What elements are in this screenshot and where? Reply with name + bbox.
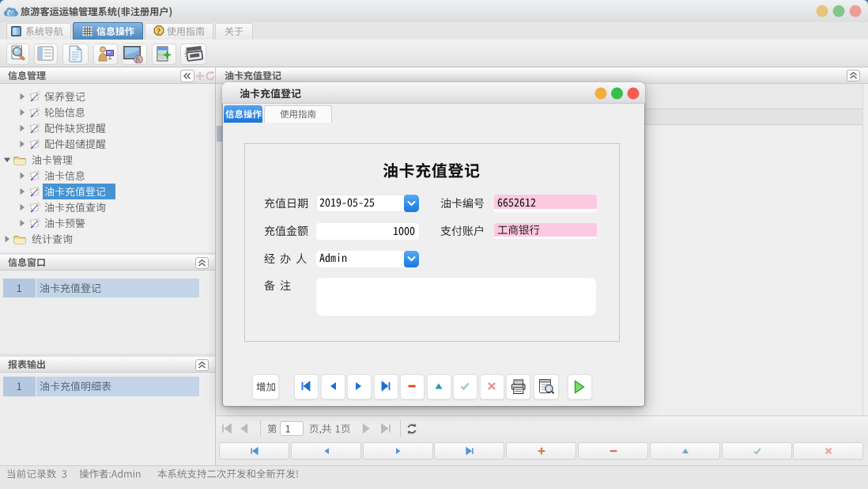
svg-text:?: ?: [157, 28, 160, 36]
